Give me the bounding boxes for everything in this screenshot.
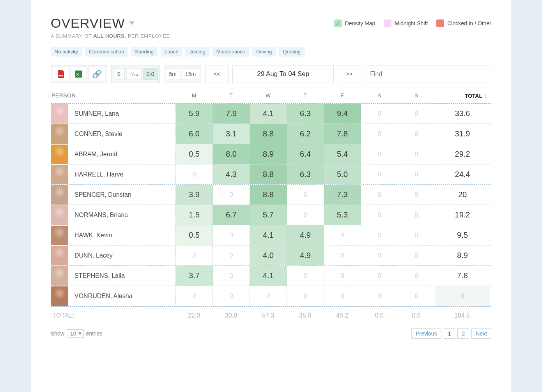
hours-cell[interactable]: 5.0 [324,164,361,184]
hours-cell[interactable]: 0 [361,205,398,225]
person-cell[interactable]: VONRUDEN, Alesha [51,286,176,306]
person-cell[interactable]: CONNER, Stevie [51,124,176,144]
legend-midnight[interactable]: Midnight Shift [384,19,428,27]
snap-5m[interactable]: 5m [166,68,180,80]
hours-cell[interactable]: 0 [361,144,398,164]
pager-page[interactable]: 2 [457,328,469,339]
hours-cell[interactable]: 0 [213,225,250,245]
hours-cell[interactable]: 6.2 [287,124,324,144]
prev-week-button[interactable]: << [205,65,228,83]
hours-cell[interactable]: 0.5 [176,225,213,245]
filter-pill[interactable]: Joining [185,47,209,57]
hours-cell[interactable]: 0 [398,205,435,225]
hours-cell[interactable]: 0 [324,286,361,306]
hours-cell[interactable]: 5.9 [176,104,213,124]
filter-pill[interactable]: Lunch [161,47,182,57]
hours-cell[interactable]: 4.1 [250,225,287,245]
decimal-toggle[interactable]: 0.0 [143,68,158,80]
hours-cell[interactable]: 0 [287,286,324,306]
hours-cell[interactable]: 4.9 [287,225,324,245]
pager-next[interactable]: Next [471,328,491,339]
col-wed[interactable]: W [250,92,287,99]
legend-clocked[interactable]: Clocked In / Other [436,19,491,27]
hours-cell[interactable]: 0 [176,286,213,306]
hours-cell[interactable]: 0 [398,104,435,124]
person-cell[interactable]: DUNN, Lacey [51,245,176,265]
hours-cell[interactable]: 0 [398,185,435,205]
hours-cell[interactable]: 5.4 [324,144,361,164]
hours-cell[interactable]: 0 [361,164,398,184]
hours-cell[interactable]: 5.3 [324,205,361,225]
hours-cell[interactable]: 0.5 [176,144,213,164]
hours-cell[interactable]: 0 [361,225,398,245]
person-cell[interactable]: HARRELL, Harve [51,164,176,184]
hours-cell[interactable]: 7.8 [324,124,361,144]
search-box[interactable] [365,65,491,83]
col-total[interactable]: TOTAL ↓ [435,92,489,99]
person-cell[interactable]: NORMANS, Briana [51,205,176,225]
hours-cell[interactable]: 3.9 [176,185,213,205]
search-input[interactable] [369,70,487,78]
hours-cell[interactable]: 0 [287,266,324,286]
hours-cell[interactable]: 8.8 [250,164,287,184]
hours-cell[interactable]: 0 [324,245,361,265]
snap-15m[interactable]: 15m [182,68,199,80]
permalink-button[interactable]: 🔗 [89,67,105,81]
hours-cell[interactable]: 4.1 [250,104,287,124]
page-title[interactable]: OVERVIEW [51,16,170,31]
hours-cell[interactable]: 0 [398,225,435,245]
person-cell[interactable]: HAWK, Kevin [51,225,176,245]
export-xls-button[interactable]: X [71,67,87,81]
hours-cell[interactable]: 8.9 [250,144,287,164]
hours-cell[interactable]: 0 [176,245,213,265]
hours-cell[interactable]: 0 [398,124,435,144]
hours-cell[interactable]: 7.3 [324,185,361,205]
hours-cell[interactable]: 0 [250,286,287,306]
person-cell[interactable]: SUMNER, Lana [51,104,176,124]
inout-toggle[interactable]: ᴵⁿ/ₒᵤₜ [126,68,142,80]
hours-cell[interactable]: 6.0 [176,124,213,144]
hours-cell[interactable]: 8.8 [250,185,287,205]
hours-cell[interactable]: 0 [287,205,324,225]
filter-pill[interactable]: Sanding [131,47,158,57]
person-cell[interactable]: ABRAM, Jerald [51,144,176,164]
date-range[interactable]: 29 Aug To 04 Sep [232,65,334,83]
hours-cell[interactable]: 0 [398,144,435,164]
hours-cell[interactable]: 5.7 [250,205,287,225]
col-mon[interactable]: M [175,92,213,99]
filter-pill[interactable]: No activity [51,47,82,57]
hours-cell[interactable]: 0 [213,245,250,265]
col-fri[interactable]: F [324,92,361,99]
pager-page[interactable]: 1 [444,328,455,339]
hours-cell[interactable]: 0 [361,124,398,144]
hours-cell[interactable]: 8.0 [213,144,250,164]
hours-cell[interactable]: 6.3 [287,164,324,184]
hours-cell[interactable]: 8.8 [250,124,287,144]
col-person[interactable]: PERSON [51,92,175,99]
hours-cell[interactable]: 0 [213,286,250,306]
col-sun[interactable]: S [398,92,435,99]
entries-select[interactable]: 10 [67,329,84,338]
legend-density[interactable]: ✓ Density Map [334,19,376,27]
hours-cell[interactable]: 4.0 [250,245,287,265]
hours-cell[interactable]: 0 [361,245,398,265]
hours-cell[interactable]: 3.1 [213,124,250,144]
pager-prev[interactable]: Previous [411,328,441,339]
hours-cell[interactable]: 0 [361,104,398,124]
filter-pill[interactable]: Maintenance [213,47,249,57]
hours-cell[interactable]: 4.1 [250,266,287,286]
hours-cell[interactable]: 9.4 [324,104,361,124]
next-week-button[interactable]: >> [338,65,361,83]
hours-cell[interactable]: 0 [213,185,250,205]
filter-pill[interactable]: Driving [252,47,276,57]
hours-cell[interactable]: 0 [361,286,398,306]
col-sat[interactable]: S [361,92,398,99]
hours-cell[interactable]: 6.3 [287,104,324,124]
hours-cell[interactable]: 3.7 [176,266,213,286]
hours-cell[interactable]: 4.3 [213,164,250,184]
hours-cell[interactable]: 0 [398,245,435,265]
hours-cell[interactable]: 4.9 [287,245,324,265]
hours-cell[interactable]: 1.5 [176,205,213,225]
filter-pill[interactable]: Quoting [279,47,305,57]
hours-cell[interactable]: 0 [361,266,398,286]
